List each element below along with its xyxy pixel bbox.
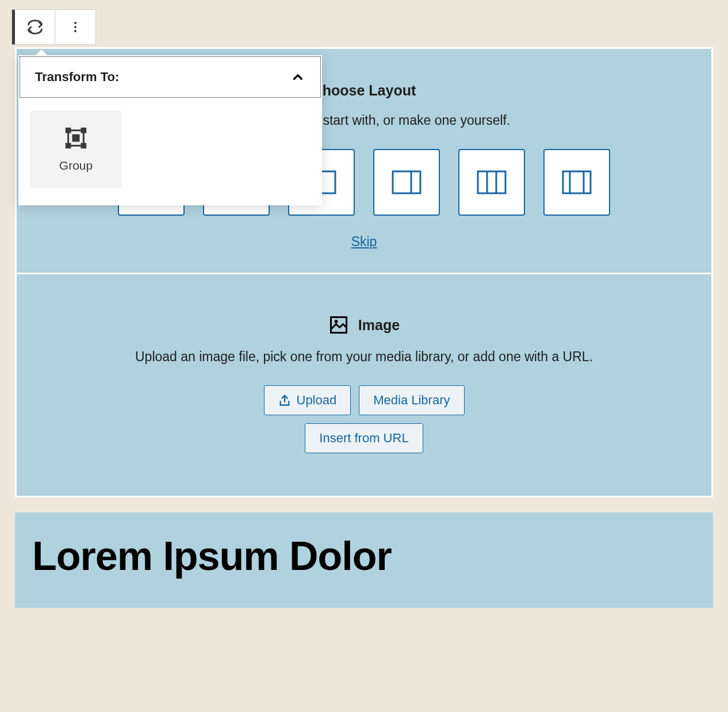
columns-title: Choose Layout — [312, 82, 416, 99]
svg-rect-5 — [82, 128, 86, 132]
upload-button-label: Upload — [297, 393, 337, 408]
layout-option-25-50-25[interactable] — [543, 149, 610, 216]
group-icon — [64, 127, 87, 150]
transform-option-group[interactable]: Group — [30, 110, 122, 188]
heading-block[interactable]: Lorem Ipsum Dolor — [15, 512, 713, 608]
transform-option-label: Group — [59, 159, 93, 173]
transform-icon — [25, 17, 45, 37]
layout-option-33-33-33[interactable] — [458, 149, 525, 216]
image-description: Upload an image file, pick one from your… — [40, 349, 688, 365]
transform-button[interactable] — [15, 10, 55, 44]
upload-icon — [278, 394, 291, 407]
transform-popover: Transform To: Group — [18, 55, 322, 205]
svg-rect-16 — [478, 171, 505, 193]
skip-link[interactable]: Skip — [351, 234, 377, 249]
popover-body: Group — [18, 99, 322, 188]
popover-header[interactable]: Transform To: — [20, 56, 321, 98]
heading-text: Lorem Ipsum Dolor — [32, 533, 696, 579]
image-title-row: Image — [40, 315, 688, 335]
layout-25-50-25-icon — [562, 170, 592, 194]
insert-url-label: Insert from URL — [319, 431, 408, 446]
more-vertical-icon — [68, 20, 82, 34]
svg-rect-19 — [563, 171, 591, 193]
svg-point-23 — [335, 321, 337, 323]
image-icon — [328, 315, 349, 335]
insert-from-url-button[interactable]: Insert from URL — [305, 423, 423, 453]
svg-point-0 — [74, 22, 76, 24]
chevron-up-icon — [290, 70, 305, 85]
popover-title: Transform To: — [35, 70, 119, 85]
upload-button[interactable]: Upload — [264, 385, 351, 415]
image-placeholder: Image Upload an image file, pick one fro… — [17, 274, 711, 496]
svg-point-2 — [74, 30, 76, 32]
svg-rect-7 — [82, 144, 86, 148]
image-title: Image — [358, 317, 400, 334]
layout-70-30-icon — [392, 170, 422, 194]
svg-rect-4 — [66, 128, 70, 132]
layout-33-33-33-icon — [477, 170, 507, 194]
svg-rect-6 — [66, 144, 70, 148]
media-library-button[interactable]: Media Library — [359, 385, 464, 415]
image-buttons-row: Upload Media Library — [40, 385, 688, 423]
svg-rect-14 — [393, 171, 420, 193]
media-library-label: Media Library — [373, 393, 450, 408]
svg-point-1 — [74, 26, 76, 28]
svg-rect-8 — [73, 135, 79, 141]
more-options-button[interactable] — [55, 10, 95, 44]
image-buttons-row-2: Insert from URL — [40, 423, 688, 461]
layout-option-70-30[interactable] — [373, 149, 440, 216]
block-toolbar — [12, 9, 96, 45]
